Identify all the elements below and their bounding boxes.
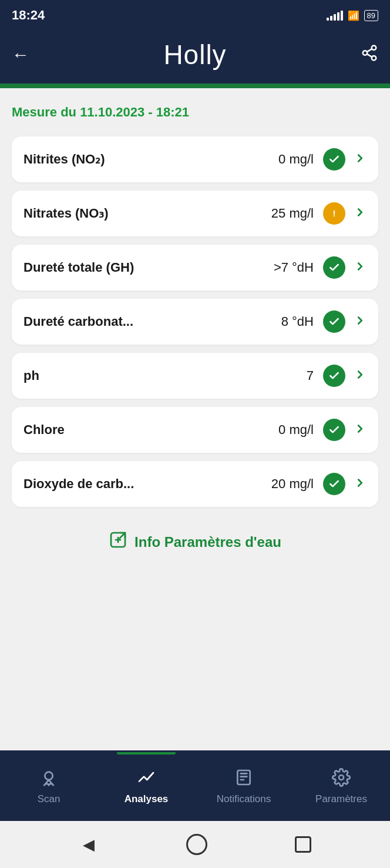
signal-icon: [327, 10, 343, 21]
chevron-icon: [354, 367, 367, 385]
notifications-icon: [234, 768, 253, 790]
param-value: 8 °dH: [281, 314, 314, 329]
chevron-icon: [354, 259, 367, 277]
back-system-button[interactable]: ◀: [79, 834, 99, 854]
nav-label-parametres: Paramètres: [315, 793, 367, 805]
param-name: Nitrates (NO₃): [23, 206, 271, 221]
nav-label-scan: Scan: [38, 793, 60, 805]
header: ← Holly: [0, 31, 390, 84]
param-value: 0 mg/l: [278, 152, 314, 167]
status-icons: 📶 89: [327, 10, 378, 21]
chevron-icon: [354, 205, 367, 223]
nav-item-scan[interactable]: Scan: [0, 752, 98, 821]
svg-line-4: [367, 49, 372, 52]
system-nav: ◀: [0, 821, 390, 868]
param-value: 25 mg/l: [271, 206, 314, 221]
info-link-label: Info Paramètres d'eau: [135, 534, 281, 550]
param-row[interactable]: Dureté carbonat...8 °dH: [12, 299, 378, 345]
nav-item-parametres[interactable]: Paramètres: [292, 752, 390, 821]
ok-icon: [323, 311, 345, 333]
page-title: Holly: [163, 39, 226, 71]
param-row[interactable]: Chlore0 mg/l: [12, 407, 378, 453]
nav-item-analyses[interactable]: Analyses: [98, 752, 195, 821]
ok-icon: [323, 473, 345, 495]
chevron-icon: [354, 421, 367, 439]
back-button[interactable]: ←: [12, 45, 35, 65]
battery-icon: 89: [364, 10, 378, 21]
ok-icon: [323, 148, 345, 171]
status-time: 18:24: [12, 8, 45, 23]
param-row[interactable]: ph7: [12, 353, 378, 399]
parametres-icon: [332, 768, 351, 790]
param-value: 7: [307, 368, 314, 383]
home-system-button[interactable]: [186, 834, 207, 855]
ok-icon: [323, 256, 345, 279]
param-name: Chlore: [23, 422, 278, 438]
svg-text:!: !: [333, 208, 336, 218]
ok-icon: [323, 419, 345, 441]
param-name: ph: [23, 368, 307, 383]
param-name: Dioxyde de carb...: [23, 476, 271, 492]
warn-icon: !: [323, 202, 345, 225]
analyses-icon: [137, 768, 156, 790]
status-bar: 18:24 📶 89: [0, 0, 390, 31]
param-name: Nitrites (NO₂): [23, 152, 278, 167]
scan-icon: [39, 768, 58, 790]
params-list: Nitrites (NO₂)0 mg/lNitrates (NO₃)25 mg/…: [12, 136, 378, 507]
nav-label-analyses: Analyses: [125, 793, 169, 805]
recents-system-button[interactable]: [295, 836, 311, 853]
main-content: Mesure du 11.10.2023 - 18:21 Nitrites (N…: [0, 88, 390, 750]
nav-item-notifications[interactable]: Notifications: [195, 752, 292, 821]
svg-line-9: [120, 533, 125, 538]
info-params-link[interactable]: Info Paramètres d'eau: [12, 507, 378, 571]
svg-point-10: [45, 772, 52, 780]
param-value: 0 mg/l: [278, 422, 314, 438]
svg-line-3: [367, 54, 372, 56]
chevron-icon: [354, 151, 367, 169]
measure-date: Mesure du 11.10.2023 - 18:21: [12, 105, 378, 120]
accent-bar: [0, 84, 390, 88]
chevron-icon: [354, 475, 367, 493]
ok-icon: [323, 365, 345, 387]
param-name: Dureté totale (GH): [23, 260, 274, 275]
param-row[interactable]: Dureté totale (GH)>7 °dH: [12, 245, 378, 291]
param-name: Dureté carbonat...: [23, 314, 281, 329]
nav-label-notifications: Notifications: [217, 793, 271, 805]
chevron-icon: [354, 313, 367, 331]
svg-point-15: [339, 775, 344, 780]
param-row[interactable]: Nitrates (NO₃)25 mg/l!: [12, 191, 378, 236]
param-row[interactable]: Nitrites (NO₂)0 mg/l: [12, 136, 378, 182]
param-value: 20 mg/l: [271, 476, 314, 492]
param-row[interactable]: Dioxyde de carb...20 mg/l: [12, 461, 378, 507]
wifi-icon: 📶: [348, 10, 359, 21]
share-button[interactable]: [355, 44, 378, 66]
bottom-nav: ScanAnalysesNotificationsParamètres: [0, 750, 390, 821]
param-value: >7 °dH: [274, 260, 314, 275]
info-link-icon: [109, 530, 127, 553]
